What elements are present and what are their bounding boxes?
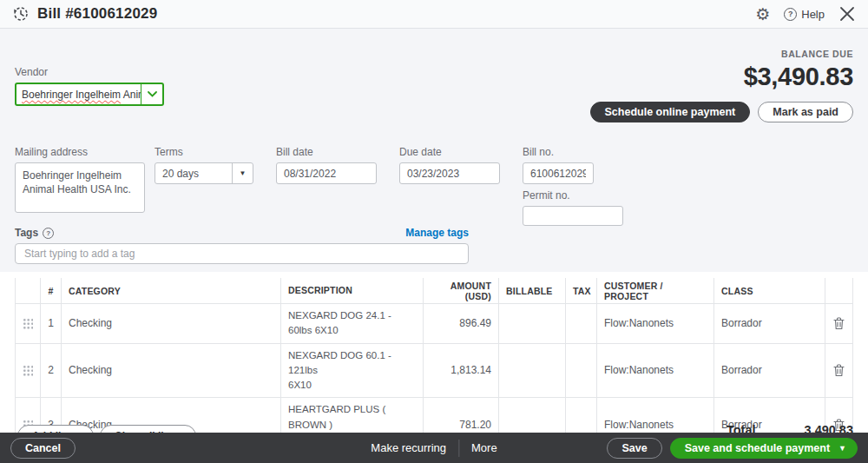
more-button[interactable]: More [471,441,497,454]
due-date-label: Due date [399,146,500,158]
row-number: 2 [41,344,62,398]
drag-handle-icon [23,318,33,329]
footer-divider [458,440,459,457]
amount-cell[interactable]: 896.49 [424,304,499,343]
due-date-input[interactable] [399,162,500,184]
tax-cell[interactable] [566,344,597,398]
due-date-field: Due date [399,146,500,184]
permit-no-label: Permit no. [523,189,623,202]
manage-tags-link[interactable]: Manage tags [405,227,469,239]
header-tax: TAX [566,278,597,303]
amount-cell[interactable]: 1,813.14 [424,344,499,398]
make-recurring-button[interactable]: Make recurring [371,441,446,454]
save-and-schedule-label: Save and schedule payment [685,442,830,454]
history-icon[interactable] [12,5,30,23]
vendor-field: Vendor Boehringer Ingelheim Animal Hea [15,66,164,106]
bill-date-label: Bill date [276,146,377,158]
header-trash-cell [825,278,853,303]
row-number: 1 [41,304,62,343]
caret-down-icon: ▼ [240,169,247,177]
terms-field: Terms 20 days ▼ [155,146,253,184]
terms-select[interactable]: 20 days ▼ [155,162,253,184]
top-header: Bill #6100612029 ⚙ ? Help [0,0,868,29]
save-and-schedule-payment-button[interactable]: Save and schedule payment ▼ [670,438,858,459]
tags-input[interactable] [15,243,469,264]
class-cell[interactable]: Borrador [714,344,825,398]
vendor-chevron-button[interactable] [141,84,162,104]
cancel-button[interactable]: Cancel [10,438,76,459]
category-cell[interactable]: Checking [62,304,281,343]
customer-cell[interactable]: Flow:Nanonets [597,304,714,343]
permit-no-input[interactable] [523,206,623,226]
bill-no-field: Bill no. [523,146,594,184]
tax-cell[interactable] [566,304,597,343]
description-cell[interactable]: NEXGARD DOG 60.1 - 121lbs 6X10 [281,344,424,398]
balance-due-label: BALANCE DUE [590,49,853,59]
header-class: CLASS [714,278,825,303]
save-button[interactable]: Save [607,438,661,459]
bill-date-input[interactable] [276,162,377,184]
bill-date-field: Bill date [276,146,377,184]
chevron-down-icon [148,91,157,97]
category-cell[interactable]: Checking [62,344,281,398]
close-icon[interactable] [838,5,856,23]
table-header-row: # CATEGORY DESCRIPTION AMOUNT (USD) BILL… [15,278,853,303]
terms-label: Terms [155,146,253,158]
drag-handle[interactable] [15,304,41,343]
permit-no-field: Permit no. [523,189,623,226]
help-button[interactable]: ? Help [784,8,825,21]
tags-section: Tags ? Manage tags [15,227,469,264]
trash-icon [833,364,845,377]
vendor-dropdown[interactable]: Boehringer Ingelheim Animal Hea [15,83,164,106]
help-icon: ? [784,8,797,21]
customer-cell[interactable]: Flow:Nanonets [597,344,714,398]
delete-row-button[interactable] [825,304,853,343]
billable-cell[interactable] [499,344,566,398]
vendor-value: Boehringer Ingelheim Animal Hea [16,84,141,104]
footer-bar: Cancel Make recurring More Save Save and… [0,433,868,463]
header-handle-cell [15,278,41,303]
gear-icon[interactable]: ⚙ [755,6,770,23]
mailing-address-field: Mailing address Boehringer Ingelheim Ani… [15,146,145,216]
help-label: Help [801,8,825,21]
header-category: CATEGORY [62,278,281,303]
header-number: # [41,278,62,303]
bill-no-input[interactable] [523,162,594,184]
description-cell[interactable]: NEXGARD DOG 24.1 - 60lbs 6X10 [281,304,424,343]
drag-handle[interactable] [15,344,41,398]
vendor-label: Vendor [15,66,164,78]
tags-help-icon[interactable]: ? [43,228,54,239]
header-description: DESCRIPTION [281,278,424,303]
header-billable: BILLABLE [499,278,566,303]
bill-page: Bill #6100612029 ⚙ ? Help Vendor Boehrin… [0,0,868,463]
mark-as-paid-button[interactable]: Mark as paid [758,102,853,122]
tags-label: Tags [15,227,38,239]
mailing-address-input[interactable]: Boehringer Ingelheim Animal Health USA I… [15,162,145,213]
terms-caret-button[interactable]: ▼ [232,163,253,183]
trash-icon [833,317,845,330]
terms-value: 20 days [155,163,232,183]
billable-cell[interactable] [499,304,566,343]
table-row: 1 Checking NEXGARD DOG 24.1 - 60lbs 6X10… [15,303,853,343]
table-row: 2 Checking NEXGARD DOG 60.1 - 121lbs 6X1… [15,343,853,398]
header-amount: AMOUNT (USD) [424,278,499,303]
balance-section: BALANCE DUE $3,490.83 Schedule online pa… [590,49,853,122]
caret-down-icon: ▼ [838,444,846,453]
mailing-address-label: Mailing address [15,146,145,158]
schedule-online-payment-button[interactable]: Schedule online payment [590,102,751,122]
delete-row-button[interactable] [825,344,853,398]
balance-due-amount: $3,490.83 [590,63,853,91]
bill-no-label: Bill no. [523,146,594,158]
page-title: Bill #6100612029 [37,5,157,23]
class-cell[interactable]: Borrador [714,304,825,343]
header-customer: CUSTOMER / PROJECT [597,278,714,303]
drag-handle-icon [23,365,33,376]
